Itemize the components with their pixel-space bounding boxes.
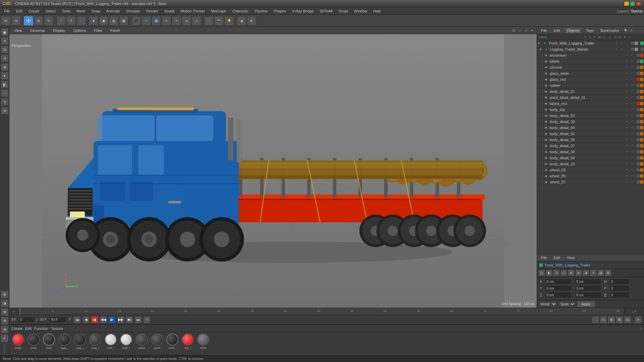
undo-button[interactable]: ↩ bbox=[1, 16, 11, 25]
cylinder-button[interactable]: ⬤ bbox=[152, 16, 161, 25]
coord-icon-9[interactable]: ▤ bbox=[597, 269, 604, 276]
layer-manager[interactable]: ≡ bbox=[1, 334, 9, 342]
mat-inter[interactable]: inter bbox=[42, 334, 56, 350]
obj-glass-white[interactable]: ◈ glass_white ✓✓ bbox=[537, 70, 644, 76]
pen-button[interactable]: ✒ bbox=[162, 16, 171, 25]
menu-select[interactable]: Select bbox=[43, 8, 59, 14]
coord-x-pos[interactable] bbox=[545, 279, 572, 285]
menu-pipeline[interactable]: Pipeline bbox=[252, 8, 270, 14]
mat-mat1[interactable]: mat_i bbox=[73, 334, 87, 350]
maximize-button[interactable]: □ bbox=[630, 1, 635, 6]
obj-wheel-03[interactable]: ◈ wheel_03 ✓✓ bbox=[537, 167, 644, 173]
play-forward-button[interactable]: ▶▶ bbox=[117, 316, 124, 323]
scale-tool-button[interactable]: ⊞ bbox=[34, 16, 43, 25]
obj-labels-red[interactable]: ◈ labels_red ✓✓ bbox=[537, 101, 644, 107]
deform-button[interactable]: ⧫ bbox=[192, 16, 201, 25]
mat-mat2[interactable]: mat_i bbox=[89, 334, 102, 350]
menu-edit[interactable]: Edit bbox=[13, 8, 25, 14]
viewport-frame-icon[interactable]: ⊡ bbox=[511, 28, 517, 33]
render-active-button[interactable]: ▦ bbox=[119, 16, 128, 25]
viewport-canvas[interactable]: Perspective bbox=[9, 34, 537, 308]
coord-icon-6[interactable]: ⊕ bbox=[575, 269, 582, 276]
obj-truck-root[interactable]: ▶ ♦ Truck_With_Logging_Trailer ✓ ✓ · bbox=[537, 40, 644, 46]
attr-tab-edit[interactable]: Edit bbox=[552, 255, 562, 260]
mat-panel-icon[interactable] bbox=[640, 327, 642, 329]
menu-vray[interactable]: V-Ray Bridge bbox=[289, 8, 317, 14]
attr-tab-view[interactable]: View bbox=[565, 255, 577, 260]
move-tool[interactable]: ✛ bbox=[1, 37, 9, 45]
sphere-button[interactable]: ● bbox=[142, 16, 151, 25]
close-button[interactable]: ✕ bbox=[636, 1, 641, 6]
obj-paint-black[interactable]: ◈ paint_black_detail_01 ✓✓ bbox=[537, 95, 644, 101]
mat-exter[interactable]: exter bbox=[27, 334, 40, 350]
mat-swatch-exter[interactable] bbox=[28, 334, 40, 346]
menu-help[interactable]: Help bbox=[371, 8, 384, 14]
mat-swatch-paint2[interactable] bbox=[151, 334, 163, 346]
obj-body-detail-05[interactable]: ◈ body_detail_05 ✓✓ bbox=[537, 131, 644, 137]
menu-mesh[interactable]: Mesh bbox=[74, 8, 88, 14]
axis-settings[interactable]: ⊗ bbox=[1, 325, 9, 334]
mat-mat3[interactable]: mat_i bbox=[104, 334, 117, 350]
menu-window[interactable]: Window bbox=[351, 8, 370, 14]
step-forward-button[interactable]: ▶| bbox=[126, 316, 133, 323]
mat-swatch-mat1[interactable] bbox=[74, 334, 86, 346]
object-mode-button[interactable]: ■ bbox=[89, 16, 98, 25]
obj-lock-icon[interactable]: · bbox=[624, 41, 629, 46]
material-button[interactable]: ◑ bbox=[237, 16, 246, 25]
mat-swatch-paint1[interactable] bbox=[136, 334, 148, 346]
camera-button[interactable]: 📷 bbox=[214, 16, 224, 25]
current-frame-input[interactable] bbox=[18, 317, 35, 323]
mat-swatch-wher[interactable] bbox=[197, 334, 209, 346]
minimize-button[interactable]: − bbox=[624, 1, 629, 6]
mat-top[interactable]: top_! bbox=[181, 334, 195, 350]
light-button[interactable]: 💡 bbox=[224, 16, 234, 25]
mat-logs[interactable]: logs_ bbox=[58, 334, 71, 350]
floor-button[interactable]: ⬚ bbox=[204, 16, 214, 25]
rp-tab-objects[interactable]: Objects bbox=[565, 28, 581, 33]
coord-y-pos[interactable] bbox=[545, 285, 572, 291]
rotate-tool[interactable]: ↺ bbox=[1, 54, 9, 62]
obj-body-top[interactable]: ◈ body_top ✓✓ bbox=[537, 107, 644, 113]
edge-tool[interactable]: ◧ bbox=[1, 80, 9, 88]
rotate-tool-button[interactable]: ↻ bbox=[44, 16, 53, 25]
viewport-config[interactable]: ⚙ bbox=[1, 291, 9, 299]
obj-body-detail-08[interactable]: ◈ body_detail_08 ✓✓ bbox=[537, 149, 644, 155]
object-list[interactable]: ▶ ♦ Truck_With_Logging_Trailer ✓ ✓ · bbox=[537, 40, 644, 254]
coord-icon-3[interactable]: ⊙ bbox=[553, 269, 560, 276]
coord-x-rot[interactable] bbox=[575, 279, 601, 285]
spline-button[interactable]: ✦ bbox=[172, 16, 181, 25]
menu-3dtoall[interactable]: 3DToAll bbox=[317, 8, 335, 14]
select-tool[interactable]: ▣ bbox=[1, 28, 9, 36]
go-start-button[interactable]: ⏮ bbox=[73, 316, 81, 323]
mat-swatch-rubb[interactable] bbox=[166, 334, 178, 346]
selection-filter[interactable]: ⊛ bbox=[1, 308, 9, 316]
mat-swatch-body[interactable] bbox=[12, 334, 24, 346]
menu-tools[interactable]: Tools bbox=[59, 8, 73, 14]
coord-icon-5[interactable]: ⊗ bbox=[568, 269, 575, 276]
coord-y-button[interactable]: Y bbox=[66, 16, 76, 25]
world-space-select[interactable]: World Object Local bbox=[538, 301, 557, 307]
obj-labels[interactable]: ◈ labels ✓✓ bbox=[537, 58, 644, 64]
point-tool[interactable]: ⋯ bbox=[1, 89, 9, 97]
viewport-shading[interactable]: ◑ bbox=[1, 299, 9, 307]
nurbs-button[interactable]: ◈ bbox=[182, 16, 191, 25]
paint-tool[interactable]: ✎ bbox=[1, 98, 9, 106]
timeline-ruler[interactable]: 0 5 10 15 20 25 30 35 40 45 50 55 60 65 … bbox=[19, 308, 624, 315]
menu-character[interactable]: Character bbox=[230, 8, 251, 14]
obj-glass-red[interactable]: ◈ glass_red ✓✓ bbox=[537, 76, 644, 82]
rp-tab-tags[interactable]: Tags bbox=[584, 28, 596, 33]
keyframe-add-tool[interactable]: + bbox=[592, 316, 599, 323]
obj-logging-trailer[interactable]: ▶ ♦ Logging_Trailer_Manac ✓ ✓ · bbox=[537, 46, 644, 52]
mat-mat4[interactable]: mat_i bbox=[119, 334, 133, 350]
coord-icon-4[interactable]: ⬡ bbox=[560, 269, 567, 276]
coord-y-rot[interactable] bbox=[575, 285, 601, 291]
play-reverse-button[interactable]: ◀◀ bbox=[100, 316, 107, 323]
tab-function[interactable]: Function bbox=[34, 326, 48, 330]
cube-button[interactable]: ⬛ bbox=[131, 16, 141, 25]
sculpt-tool[interactable]: ⊘ bbox=[1, 107, 9, 115]
obj-render-icon[interactable]: ✓ bbox=[619, 41, 624, 46]
record-button[interactable]: ⏺ bbox=[91, 316, 98, 323]
polygon-tool[interactable]: ▼ bbox=[1, 72, 9, 80]
scale-select[interactable]: Scale bbox=[558, 301, 576, 307]
coord-h[interactable] bbox=[609, 279, 630, 285]
